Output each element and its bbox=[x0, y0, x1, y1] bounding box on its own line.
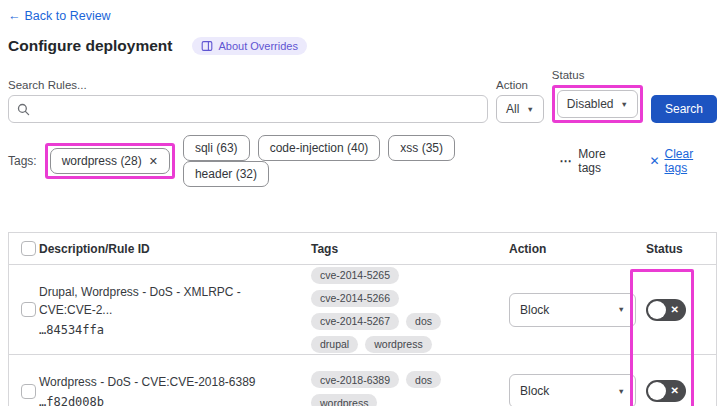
toggle-knob bbox=[648, 382, 666, 400]
status-annotation-box: Disabled ▼ bbox=[552, 85, 643, 123]
rules-table: Description/Rule ID Tags Action Status D… bbox=[8, 232, 717, 406]
back-link-label: Back to Review bbox=[25, 9, 111, 23]
action-select-value: Block bbox=[520, 384, 549, 398]
action-select[interactable]: Block ▼ bbox=[509, 293, 636, 327]
chevron-down-icon: ▼ bbox=[618, 305, 625, 314]
search-icon bbox=[17, 103, 30, 116]
more-tags-button[interactable]: ⋯ More tags bbox=[559, 147, 629, 175]
row-checkbox[interactable] bbox=[21, 384, 36, 399]
selected-tag-annotation-box: wordpress (28) ✕ bbox=[45, 143, 175, 179]
action-dropdown-value: All bbox=[506, 102, 519, 116]
tag-chip[interactable]: header (32) bbox=[183, 161, 269, 187]
table-row: Drupal, Wordpress - DoS - XMLRPC - CVE:C… bbox=[9, 265, 716, 355]
rule-description: Drupal, Wordpress - DoS - XMLRPC - CVE:C… bbox=[39, 283, 297, 319]
clear-icon: ✕ bbox=[649, 154, 659, 168]
toggle-knob bbox=[648, 301, 666, 319]
table-row: Wordpress - DoS - CVE:CVE-2018-6389 …f82… bbox=[9, 355, 716, 406]
search-button[interactable]: Search bbox=[651, 95, 717, 123]
tag-chip[interactable]: code-injection (40) bbox=[258, 135, 381, 161]
tag-chip[interactable]: sqli (63) bbox=[183, 135, 250, 161]
tags-label: Tags: bbox=[8, 154, 37, 168]
chevron-down-icon: ▼ bbox=[526, 105, 533, 114]
action-select[interactable]: Block ▼ bbox=[509, 374, 636, 406]
search-rules-label: Search Rules... bbox=[8, 79, 488, 91]
search-rules-inputbox[interactable] bbox=[8, 95, 488, 123]
document-icon bbox=[201, 40, 213, 52]
status-toggle[interactable]: ✕ bbox=[646, 380, 686, 402]
rule-description: Wordpress - DoS - CVE:CVE-2018-6389 bbox=[39, 373, 297, 391]
back-arrow-icon: ← bbox=[8, 9, 21, 23]
tag-chip-wordpress[interactable]: wordpress (28) ✕ bbox=[50, 148, 170, 174]
status-dropdown[interactable]: Disabled ▼ bbox=[557, 90, 638, 118]
tag-chip-list: sqli (63)code-injection (40)xss (35)head… bbox=[183, 135, 545, 187]
toggle-off-icon: ✕ bbox=[671, 386, 679, 396]
clear-tags-label: Clear tags bbox=[664, 147, 717, 175]
row-checkbox[interactable] bbox=[21, 302, 36, 317]
rule-tag-pill: cve-2014-5265 bbox=[311, 267, 399, 284]
about-overrides-label: About Overrides bbox=[218, 40, 297, 52]
rule-tags: cve-2018-6389doswordpress bbox=[311, 371, 509, 406]
rule-id: …84534ffa bbox=[39, 323, 297, 337]
header-action: Action bbox=[509, 242, 646, 256]
rule-tag-pill: cve-2014-5267 bbox=[311, 313, 399, 330]
more-tags-label: More tags bbox=[578, 147, 629, 175]
remove-tag-icon[interactable]: ✕ bbox=[149, 155, 158, 168]
rule-tag-pill: drupal bbox=[311, 336, 358, 353]
about-overrides-badge[interactable]: About Overrides bbox=[192, 37, 306, 55]
search-rules-input[interactable] bbox=[36, 102, 479, 116]
action-label: Action bbox=[496, 79, 544, 91]
rule-tag-pill: wordpress bbox=[365, 336, 431, 353]
clear-tags-link[interactable]: ✕ Clear tags bbox=[649, 147, 717, 175]
back-to-review-link[interactable]: ← Back to Review bbox=[8, 9, 111, 23]
rule-tag-pill: cve-2014-5266 bbox=[311, 290, 399, 307]
status-toggle[interactable]: ✕ bbox=[646, 299, 686, 321]
select-all-checkbox[interactable] bbox=[21, 241, 36, 256]
page-title: Configure deployment bbox=[8, 37, 172, 55]
header-description: Description/Rule ID bbox=[39, 242, 311, 256]
rule-tag-pill: dos bbox=[406, 371, 441, 388]
toggle-off-icon: ✕ bbox=[671, 305, 679, 315]
action-select-value: Block bbox=[520, 303, 549, 317]
tag-chip-label: wordpress (28) bbox=[62, 154, 142, 168]
configure-deployment-page: ← Back to Review Configure deployment Ab… bbox=[0, 0, 725, 406]
table-header-row: Description/Rule ID Tags Action Status bbox=[9, 233, 716, 265]
ellipsis-icon: ⋯ bbox=[559, 154, 572, 168]
action-dropdown[interactable]: All ▼ bbox=[496, 95, 544, 123]
header-tags: Tags bbox=[311, 242, 509, 256]
status-dropdown-value: Disabled bbox=[567, 97, 614, 111]
rule-id: …f82d008b bbox=[39, 395, 297, 406]
rule-tag-pill: dos bbox=[406, 313, 441, 330]
header-status: Status bbox=[646, 242, 716, 256]
rule-tags: cve-2014-5265cve-2014-5266cve-2014-5267d… bbox=[311, 267, 509, 353]
chevron-down-icon: ▼ bbox=[621, 100, 628, 109]
rule-tag-pill: wordpress bbox=[311, 394, 377, 406]
status-label: Status bbox=[552, 69, 643, 81]
rule-tag-pill: cve-2018-6389 bbox=[311, 371, 399, 388]
chevron-down-icon: ▼ bbox=[618, 387, 625, 396]
tag-chip[interactable]: xss (35) bbox=[388, 135, 455, 161]
